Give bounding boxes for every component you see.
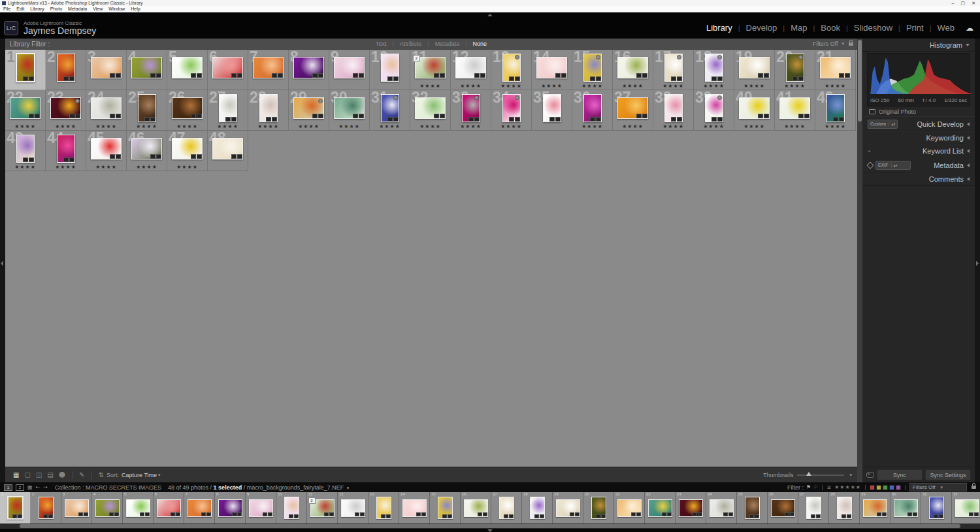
thumbnail-badge-icon[interactable]: [561, 73, 566, 78]
photo-thumbnail[interactable]: [126, 499, 150, 517]
star-rating[interactable]: ★★★★: [775, 83, 815, 89]
thumbnail-badge-icon[interactable]: [642, 73, 647, 78]
thumbnail-badge-icon[interactable]: [150, 154, 155, 159]
photo-thumbnail[interactable]: [820, 57, 851, 78]
thumbnail-badge-icon[interactable]: [509, 117, 514, 122]
thumbnail-badge-icon[interactable]: [764, 73, 769, 78]
stack-count-badge[interactable]: 2: [308, 497, 316, 504]
thumbnail-badge-icon[interactable]: [877, 512, 881, 516]
filmstrip-cell-31[interactable]: 31: [921, 492, 952, 524]
thumbnail-badge-icon[interactable]: [717, 117, 723, 122]
thumbnail-badge-icon[interactable]: [110, 154, 115, 159]
thumbnail-badge-icon[interactable]: [677, 76, 682, 81]
filmstrip-cell-30[interactable]: 30: [890, 492, 921, 524]
grid-cell-41[interactable]: 41★★★★: [775, 90, 815, 131]
module-tab-map[interactable]: Map: [785, 23, 813, 33]
color-label-filter-0[interactable]: [870, 485, 875, 490]
star-rating[interactable]: ★★★★: [734, 124, 774, 129]
thumbnails-slider[interactable]: [797, 474, 844, 476]
grid-cell-4[interactable]: 4: [127, 50, 167, 90]
star-rating[interactable]: ★★★★: [410, 83, 450, 89]
photo-thumbnail[interactable]: [57, 54, 75, 82]
thumbnail-badge-icon[interactable]: [150, 117, 155, 122]
histogram-panel-header[interactable]: Histogram: [862, 39, 975, 52]
filmstrip-cell-22[interactable]: 22: [645, 492, 676, 524]
thumbnail-badge-icon[interactable]: [110, 114, 115, 118]
thumbnail-badge-icon[interactable]: [662, 512, 666, 516]
grid-cell-8[interactable]: 8: [289, 50, 329, 90]
thumbnail-badge-icon[interactable]: [29, 114, 34, 118]
grid-cell-1[interactable]: 1: [5, 50, 46, 90]
thumbnail-badge-icon[interactable]: [206, 512, 211, 516]
menu-item-photo[interactable]: Photo: [50, 7, 62, 11]
thumbnail-badge-icon[interactable]: [294, 514, 299, 518]
star-rating[interactable]: ★★★★: [572, 83, 612, 89]
star-rating[interactable]: ★★★★: [572, 124, 612, 129]
forward-arrow-icon[interactable]: →: [43, 484, 48, 490]
thumbnail-badge-icon[interactable]: [728, 512, 733, 516]
grid-cell-35[interactable]: 35: [532, 90, 572, 131]
photo-thumbnail[interactable]: [664, 54, 683, 82]
thumbnail-badge-icon[interactable]: [636, 73, 642, 78]
star-rating[interactable]: ★★★★: [451, 83, 491, 89]
thumbnail-badge-icon[interactable]: [790, 512, 794, 516]
star-rating[interactable]: ★★★★: [167, 124, 207, 129]
filmstrip-cell-16[interactable]: 16: [461, 492, 491, 524]
sort-criteria-dropdown[interactable]: Capture Time: [122, 472, 157, 478]
filmstrip-cell-32[interactable]: 32: [952, 492, 980, 524]
thumbnail-badge-icon[interactable]: [201, 512, 206, 516]
star-rating[interactable]: ★★★★: [815, 83, 855, 89]
photo-thumbnail[interactable]: [95, 499, 120, 517]
module-tab-slideshow[interactable]: Slideshow: [848, 23, 898, 33]
thumbnail-badge-icon[interactable]: [144, 117, 150, 122]
thumbnail-badge-icon[interactable]: [636, 114, 642, 118]
thumbnail-badge-icon[interactable]: [636, 512, 641, 516]
thumbnail-badge-icon[interactable]: [816, 514, 821, 518]
filmstrip-cell-26[interactable]: 26: [768, 492, 798, 524]
photo-thumbnail[interactable]: [779, 97, 810, 119]
photo-thumbnail[interactable]: [583, 94, 602, 122]
photo-thumbnail[interactable]: [806, 497, 821, 519]
saved-preset-dropdown[interactable]: Custom ▴▾: [868, 120, 898, 129]
thumbnail-badge-icon[interactable]: [416, 512, 421, 516]
filmstrip-cell-19[interactable]: 19: [553, 492, 583, 524]
grid-cell-31[interactable]: 31★★★★: [370, 90, 410, 131]
thumbnail-badge-icon[interactable]: [237, 512, 242, 516]
thumbnail-badge-icon[interactable]: [468, 117, 474, 122]
thumbnail-badge-icon[interactable]: [191, 114, 196, 118]
thumbnail-badge-icon[interactable]: [758, 73, 763, 78]
thumbnail-badge-icon[interactable]: [29, 158, 34, 162]
thumbnail-badge-icon[interactable]: [839, 73, 844, 78]
photo-thumbnail[interactable]: [381, 54, 399, 82]
thumbnail-badge-icon[interactable]: [833, 117, 838, 122]
right-panel-collapse-strip[interactable]: [975, 39, 980, 482]
photo-thumbnail[interactable]: [929, 497, 944, 519]
photo-thumbnail[interactable]: [253, 57, 284, 78]
thumbnail-badge-icon[interactable]: [841, 514, 846, 518]
photo-thumbnail[interactable]: [10, 97, 41, 119]
thumbnail-badge-icon[interactable]: [225, 117, 231, 122]
filmstrip-cell-24[interactable]: 24: [706, 492, 737, 524]
star-rating[interactable]: ★★★★: [653, 83, 693, 89]
photo-thumbnail[interactable]: [334, 97, 365, 119]
module-tab-book[interactable]: Book: [815, 23, 846, 33]
sync-settings-button[interactable]: Sync Settings: [925, 469, 971, 480]
thumbnail-badge-icon[interactable]: [312, 73, 318, 78]
star-rating[interactable]: ★★★★: [86, 164, 126, 170]
photo-thumbnail[interactable]: [172, 57, 203, 78]
filmstrip-filters-dropdown[interactable]: Filters Off ▾: [909, 483, 967, 491]
grid-cell-3[interactable]: 3: [86, 50, 127, 90]
survey-view-icon[interactable]: ▤: [44, 471, 56, 478]
star-rating[interactable]: ★★★★: [208, 124, 248, 129]
grid-cell-12[interactable]: 12★★★★: [451, 50, 491, 90]
thumbnail-badge-icon[interactable]: [329, 512, 334, 516]
sync-toggle-icon[interactable]: [866, 472, 874, 478]
filmstrip-cell-27[interactable]: 27: [798, 492, 829, 524]
thumbnail-badge-icon[interactable]: [387, 76, 393, 81]
thumbnail-badge-icon[interactable]: [393, 117, 399, 122]
photo-thumbnail[interactable]: [57, 135, 75, 163]
star-rating[interactable]: ★★★★: [694, 124, 734, 129]
filter-option-none[interactable]: None: [470, 41, 491, 47]
star-rating[interactable]: ★★★★: [127, 124, 167, 129]
photo-thumbnail[interactable]: [381, 94, 399, 122]
